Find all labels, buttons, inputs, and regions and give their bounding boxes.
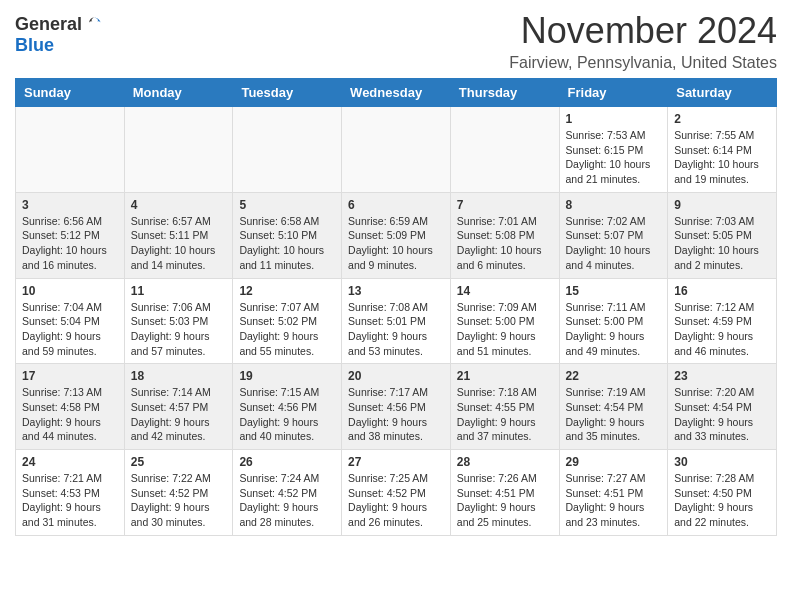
logo-bird-icon [84,15,104,35]
calendar-week-row: 10Sunrise: 7:04 AM Sunset: 5:04 PM Dayli… [16,278,777,364]
day-number: 24 [22,455,118,469]
logo-blue-text: Blue [15,35,54,55]
calendar-table: Sunday Monday Tuesday Wednesday Thursday… [15,78,777,536]
day-number: 10 [22,284,118,298]
header-thursday: Thursday [450,79,559,107]
table-row: 7Sunrise: 7:01 AM Sunset: 5:08 PM Daylig… [450,192,559,278]
day-info: Sunrise: 7:22 AM Sunset: 4:52 PM Dayligh… [131,471,227,530]
day-info: Sunrise: 6:59 AM Sunset: 5:09 PM Dayligh… [348,214,444,273]
day-number: 18 [131,369,227,383]
day-info: Sunrise: 7:26 AM Sunset: 4:51 PM Dayligh… [457,471,553,530]
day-info: Sunrise: 7:04 AM Sunset: 5:04 PM Dayligh… [22,300,118,359]
table-row: 4Sunrise: 6:57 AM Sunset: 5:11 PM Daylig… [124,192,233,278]
day-number: 13 [348,284,444,298]
table-row: 28Sunrise: 7:26 AM Sunset: 4:51 PM Dayli… [450,450,559,536]
day-number: 30 [674,455,770,469]
day-number: 21 [457,369,553,383]
day-info: Sunrise: 6:56 AM Sunset: 5:12 PM Dayligh… [22,214,118,273]
table-row: 19Sunrise: 7:15 AM Sunset: 4:56 PM Dayli… [233,364,342,450]
calendar-week-row: 1Sunrise: 7:53 AM Sunset: 6:15 PM Daylig… [16,107,777,193]
day-info: Sunrise: 7:19 AM Sunset: 4:54 PM Dayligh… [566,385,662,444]
day-number: 1 [566,112,662,126]
day-number: 2 [674,112,770,126]
table-row: 22Sunrise: 7:19 AM Sunset: 4:54 PM Dayli… [559,364,668,450]
table-row [124,107,233,193]
day-info: Sunrise: 7:07 AM Sunset: 5:02 PM Dayligh… [239,300,335,359]
table-row: 26Sunrise: 7:24 AM Sunset: 4:52 PM Dayli… [233,450,342,536]
table-row: 9Sunrise: 7:03 AM Sunset: 5:05 PM Daylig… [668,192,777,278]
day-number: 6 [348,198,444,212]
day-number: 27 [348,455,444,469]
table-row [450,107,559,193]
location-title: Fairview, Pennsylvania, United States [509,54,777,72]
calendar-week-row: 3Sunrise: 6:56 AM Sunset: 5:12 PM Daylig… [16,192,777,278]
header-tuesday: Tuesday [233,79,342,107]
day-info: Sunrise: 7:20 AM Sunset: 4:54 PM Dayligh… [674,385,770,444]
day-info: Sunrise: 7:01 AM Sunset: 5:08 PM Dayligh… [457,214,553,273]
table-row: 14Sunrise: 7:09 AM Sunset: 5:00 PM Dayli… [450,278,559,364]
table-row: 30Sunrise: 7:28 AM Sunset: 4:50 PM Dayli… [668,450,777,536]
day-number: 11 [131,284,227,298]
day-number: 16 [674,284,770,298]
calendar-week-row: 17Sunrise: 7:13 AM Sunset: 4:58 PM Dayli… [16,364,777,450]
logo: General Blue [15,14,104,56]
day-number: 25 [131,455,227,469]
day-info: Sunrise: 7:18 AM Sunset: 4:55 PM Dayligh… [457,385,553,444]
table-row: 12Sunrise: 7:07 AM Sunset: 5:02 PM Dayli… [233,278,342,364]
table-row: 6Sunrise: 6:59 AM Sunset: 5:09 PM Daylig… [342,192,451,278]
table-row: 8Sunrise: 7:02 AM Sunset: 5:07 PM Daylig… [559,192,668,278]
day-number: 23 [674,369,770,383]
day-number: 26 [239,455,335,469]
day-number: 28 [457,455,553,469]
day-info: Sunrise: 7:14 AM Sunset: 4:57 PM Dayligh… [131,385,227,444]
table-row: 5Sunrise: 6:58 AM Sunset: 5:10 PM Daylig… [233,192,342,278]
day-info: Sunrise: 7:17 AM Sunset: 4:56 PM Dayligh… [348,385,444,444]
day-number: 22 [566,369,662,383]
day-info: Sunrise: 6:57 AM Sunset: 5:11 PM Dayligh… [131,214,227,273]
header-saturday: Saturday [668,79,777,107]
page-header: General Blue November 2024 Fairview, Pen… [15,10,777,72]
calendar-header-row: Sunday Monday Tuesday Wednesday Thursday… [16,79,777,107]
header-friday: Friday [559,79,668,107]
day-info: Sunrise: 7:06 AM Sunset: 5:03 PM Dayligh… [131,300,227,359]
day-number: 14 [457,284,553,298]
table-row: 16Sunrise: 7:12 AM Sunset: 4:59 PM Dayli… [668,278,777,364]
table-row: 20Sunrise: 7:17 AM Sunset: 4:56 PM Dayli… [342,364,451,450]
day-number: 17 [22,369,118,383]
header-sunday: Sunday [16,79,125,107]
table-row: 13Sunrise: 7:08 AM Sunset: 5:01 PM Dayli… [342,278,451,364]
header-monday: Monday [124,79,233,107]
table-row [342,107,451,193]
day-info: Sunrise: 7:27 AM Sunset: 4:51 PM Dayligh… [566,471,662,530]
day-number: 5 [239,198,335,212]
header-wednesday: Wednesday [342,79,451,107]
day-info: Sunrise: 7:03 AM Sunset: 5:05 PM Dayligh… [674,214,770,273]
table-row: 15Sunrise: 7:11 AM Sunset: 5:00 PM Dayli… [559,278,668,364]
title-section: November 2024 Fairview, Pennsylvania, Un… [509,10,777,72]
day-number: 4 [131,198,227,212]
day-number: 9 [674,198,770,212]
table-row: 24Sunrise: 7:21 AM Sunset: 4:53 PM Dayli… [16,450,125,536]
table-row: 3Sunrise: 6:56 AM Sunset: 5:12 PM Daylig… [16,192,125,278]
table-row: 17Sunrise: 7:13 AM Sunset: 4:58 PM Dayli… [16,364,125,450]
day-number: 19 [239,369,335,383]
day-info: Sunrise: 7:55 AM Sunset: 6:14 PM Dayligh… [674,128,770,187]
day-info: Sunrise: 7:02 AM Sunset: 5:07 PM Dayligh… [566,214,662,273]
table-row: 21Sunrise: 7:18 AM Sunset: 4:55 PM Dayli… [450,364,559,450]
table-row: 10Sunrise: 7:04 AM Sunset: 5:04 PM Dayli… [16,278,125,364]
day-info: Sunrise: 7:25 AM Sunset: 4:52 PM Dayligh… [348,471,444,530]
day-info: Sunrise: 7:09 AM Sunset: 5:00 PM Dayligh… [457,300,553,359]
day-number: 12 [239,284,335,298]
day-number: 8 [566,198,662,212]
day-info: Sunrise: 7:08 AM Sunset: 5:01 PM Dayligh… [348,300,444,359]
logo-general-text: General [15,14,82,35]
table-row: 27Sunrise: 7:25 AM Sunset: 4:52 PM Dayli… [342,450,451,536]
table-row: 29Sunrise: 7:27 AM Sunset: 4:51 PM Dayli… [559,450,668,536]
day-number: 3 [22,198,118,212]
day-number: 20 [348,369,444,383]
month-title: November 2024 [509,10,777,52]
table-row: 23Sunrise: 7:20 AM Sunset: 4:54 PM Dayli… [668,364,777,450]
table-row [233,107,342,193]
table-row: 18Sunrise: 7:14 AM Sunset: 4:57 PM Dayli… [124,364,233,450]
day-info: Sunrise: 7:24 AM Sunset: 4:52 PM Dayligh… [239,471,335,530]
